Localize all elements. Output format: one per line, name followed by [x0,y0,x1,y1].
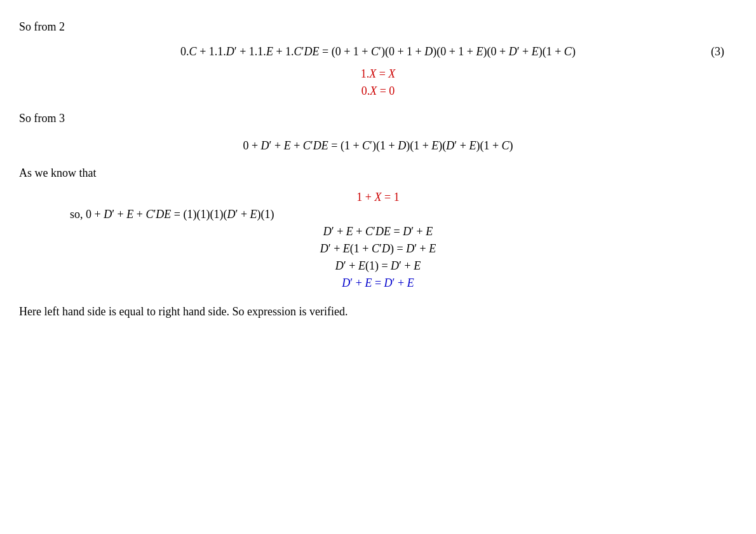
equation-1-block: 0.C + 1.1.D′ + 1.1.E + 1.C′DE = (0 + 1 +… [19,45,737,58]
rule-1+x: 1 + X = 1 [19,191,737,204]
page-content: So from 2 0.C + 1.1.D′ + 1.1.E + 1.C′DE … [19,18,737,321]
intro-2: So from 3 [19,109,737,128]
step-4: D′ + E(1) = D′ + E [19,259,737,273]
rules-block: 1.X = X 0.X = 0 [19,67,737,98]
derivation-block: 1 + X = 1 so, 0 + D′ + E + C′DE = (1)(1)… [19,191,737,290]
step-2: D′ + E + C′DE = D′ + E [19,225,737,238]
step-5-final: D′ + E = D′ + E [19,277,737,290]
rule-1x: 1.X = X [19,67,737,81]
equation-2: 0 + D′ + E + C′DE = (1 + C′)(1 + D)(1 + … [243,139,513,152]
rule-0x: 0.X = 0 [19,85,737,98]
step-1: so, 0 + D′ + E + C′DE = (1)(1)(1)(D′ + E… [70,208,737,221]
eq-number-3: (3) [711,45,724,58]
conclusion: Here left hand side is equal to right ha… [19,303,737,321]
equation-2-block: 0 + D′ + E + C′DE = (1 + C′)(1 + D)(1 + … [19,139,737,153]
intro-1: So from 2 [19,18,737,36]
intro-3: As we know that [19,164,737,182]
step-3: D′ + E(1 + C′D) = D′ + E [19,242,737,256]
equation-1: 0.C + 1.1.D′ + 1.1.E + 1.C′DE = (0 + 1 +… [180,45,576,58]
